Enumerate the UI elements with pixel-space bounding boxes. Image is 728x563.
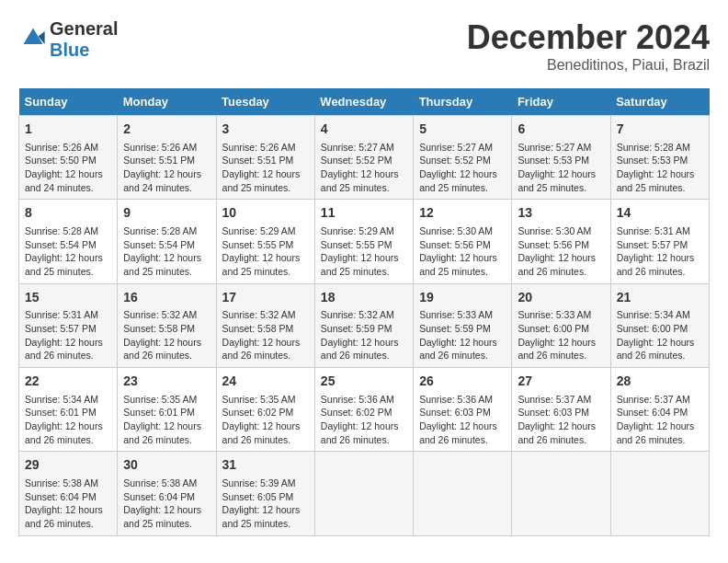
calendar-cell: 14Sunrise: 5:31 AM Sunset: 5:57 PM Dayli… [610, 200, 709, 283]
day-number: 23 [123, 373, 210, 391]
header-cell-thursday: Thursday [414, 88, 512, 116]
day-content: Sunrise: 5:34 AM Sunset: 6:01 PM Dayligh… [25, 393, 111, 447]
calendar-cell: 11Sunrise: 5:29 AM Sunset: 5:55 PM Dayli… [314, 200, 413, 283]
day-content: Sunrise: 5:26 AM Sunset: 5:51 PM Dayligh… [123, 141, 210, 195]
day-number: 31 [222, 456, 309, 475]
calendar-cell [314, 452, 413, 535]
day-content: Sunrise: 5:35 AM Sunset: 6:02 PM Dayligh… [222, 393, 309, 447]
day-content: Sunrise: 5:26 AM Sunset: 5:50 PM Dayligh… [25, 141, 111, 195]
calendar-row: 1Sunrise: 5:26 AM Sunset: 5:50 PM Daylig… [19, 116, 710, 200]
day-content: Sunrise: 5:31 AM Sunset: 5:57 PM Dayligh… [25, 308, 111, 362]
day-content: Sunrise: 5:36 AM Sunset: 6:03 PM Dayligh… [419, 393, 506, 447]
day-number: 4 [321, 121, 407, 139]
day-number: 18 [321, 289, 407, 307]
calendar-cell: 17Sunrise: 5:32 AM Sunset: 5:58 PM Dayli… [216, 283, 314, 367]
day-number: 20 [518, 289, 604, 307]
day-content: Sunrise: 5:32 AM Sunset: 5:58 PM Dayligh… [222, 308, 309, 362]
header-cell-wednesday: Wednesday [314, 88, 413, 116]
day-content: Sunrise: 5:33 AM Sunset: 6:00 PM Dayligh… [518, 308, 604, 362]
day-number: 30 [123, 456, 210, 475]
calendar-cell: 31Sunrise: 5:39 AM Sunset: 6:05 PM Dayli… [216, 452, 314, 535]
day-content: Sunrise: 5:37 AM Sunset: 6:03 PM Dayligh… [518, 393, 604, 447]
day-number: 17 [222, 289, 309, 307]
day-number: 10 [222, 204, 309, 223]
calendar-cell: 4Sunrise: 5:27 AM Sunset: 5:52 PM Daylig… [314, 116, 413, 200]
day-content: Sunrise: 5:26 AM Sunset: 5:51 PM Dayligh… [222, 141, 309, 195]
calendar-cell [414, 452, 512, 535]
logo-line1: General [50, 18, 118, 40]
calendar-cell: 27Sunrise: 5:37 AM Sunset: 6:03 PM Dayli… [512, 368, 610, 452]
day-content: Sunrise: 5:27 AM Sunset: 5:53 PM Dayligh… [518, 141, 604, 195]
day-number: 24 [222, 373, 309, 391]
calendar-row: 15Sunrise: 5:31 AM Sunset: 5:57 PM Dayli… [19, 283, 710, 367]
logo-icon [20, 25, 46, 51]
day-number: 7 [617, 121, 703, 139]
day-content: Sunrise: 5:38 AM Sunset: 6:04 PM Dayligh… [25, 477, 111, 531]
header-cell-friday: Friday [512, 88, 610, 116]
day-content: Sunrise: 5:32 AM Sunset: 5:58 PM Dayligh… [123, 308, 210, 362]
day-content: Sunrise: 5:32 AM Sunset: 5:59 PM Dayligh… [321, 308, 407, 362]
calendar-cell: 15Sunrise: 5:31 AM Sunset: 5:57 PM Dayli… [19, 283, 118, 367]
calendar-cell: 12Sunrise: 5:30 AM Sunset: 5:56 PM Dayli… [414, 200, 512, 283]
calendar-cell: 9Sunrise: 5:28 AM Sunset: 5:54 PM Daylig… [118, 200, 216, 283]
calendar-cell: 1Sunrise: 5:26 AM Sunset: 5:50 PM Daylig… [19, 116, 118, 200]
day-content: Sunrise: 5:30 AM Sunset: 5:56 PM Dayligh… [518, 224, 604, 279]
calendar-cell: 23Sunrise: 5:35 AM Sunset: 6:01 PM Dayli… [118, 368, 216, 452]
calendar-cell: 6Sunrise: 5:27 AM Sunset: 5:53 PM Daylig… [512, 116, 610, 200]
calendar-cell: 13Sunrise: 5:30 AM Sunset: 5:56 PM Dayli… [512, 200, 610, 283]
day-content: Sunrise: 5:31 AM Sunset: 5:57 PM Dayligh… [617, 224, 703, 279]
day-content: Sunrise: 5:29 AM Sunset: 5:55 PM Dayligh… [321, 224, 407, 279]
day-content: Sunrise: 5:28 AM Sunset: 5:54 PM Dayligh… [123, 224, 210, 279]
day-number: 9 [123, 204, 210, 223]
calendar-cell: 10Sunrise: 5:29 AM Sunset: 5:55 PM Dayli… [216, 200, 314, 283]
calendar-cell: 24Sunrise: 5:35 AM Sunset: 6:02 PM Dayli… [216, 368, 314, 452]
calendar-cell: 29Sunrise: 5:38 AM Sunset: 6:04 PM Dayli… [19, 452, 118, 535]
logo-line2: Blue [50, 40, 118, 61]
day-number: 5 [419, 121, 506, 139]
page-subtitle: Beneditinos, Piaui, Brazil [467, 57, 710, 74]
calendar-row: 8Sunrise: 5:28 AM Sunset: 5:54 PM Daylig… [19, 200, 710, 283]
day-number: 8 [25, 204, 111, 223]
calendar-cell: 8Sunrise: 5:28 AM Sunset: 5:54 PM Daylig… [19, 200, 118, 283]
calendar-cell: 26Sunrise: 5:36 AM Sunset: 6:03 PM Dayli… [414, 368, 512, 452]
calendar-row: 22Sunrise: 5:34 AM Sunset: 6:01 PM Dayli… [19, 368, 710, 452]
day-number: 1 [25, 121, 111, 139]
header-cell-monday: Monday [118, 88, 216, 116]
calendar-cell: 21Sunrise: 5:34 AM Sunset: 6:00 PM Dayli… [610, 283, 709, 367]
day-number: 3 [222, 121, 309, 139]
header-cell-saturday: Saturday [610, 88, 709, 116]
calendar-cell: 3Sunrise: 5:26 AM Sunset: 5:51 PM Daylig… [216, 116, 314, 200]
day-content: Sunrise: 5:34 AM Sunset: 6:00 PM Dayligh… [617, 308, 703, 362]
day-number: 27 [518, 373, 604, 391]
page-header: General Blue December 2024 Beneditinos, … [18, 18, 710, 74]
day-content: Sunrise: 5:35 AM Sunset: 6:01 PM Dayligh… [123, 393, 210, 447]
calendar-cell: 19Sunrise: 5:33 AM Sunset: 5:59 PM Dayli… [414, 283, 512, 367]
day-number: 15 [25, 289, 111, 307]
day-number: 12 [419, 204, 506, 223]
calendar-cell [512, 452, 610, 535]
calendar-header-row: SundayMondayTuesdayWednesdayThursdayFrid… [19, 88, 710, 116]
calendar-cell: 18Sunrise: 5:32 AM Sunset: 5:59 PM Dayli… [314, 283, 413, 367]
calendar-cell: 20Sunrise: 5:33 AM Sunset: 6:00 PM Dayli… [512, 283, 610, 367]
day-number: 26 [419, 373, 506, 391]
calendar-cell [610, 452, 709, 535]
calendar-row: 29Sunrise: 5:38 AM Sunset: 6:04 PM Dayli… [19, 452, 710, 535]
page-title: December 2024 [467, 18, 710, 57]
calendar-cell: 22Sunrise: 5:34 AM Sunset: 6:01 PM Dayli… [19, 368, 118, 452]
day-content: Sunrise: 5:37 AM Sunset: 6:04 PM Dayligh… [617, 393, 703, 447]
day-number: 25 [321, 373, 407, 391]
day-number: 29 [25, 456, 111, 475]
day-content: Sunrise: 5:38 AM Sunset: 6:04 PM Dayligh… [123, 477, 210, 531]
day-number: 14 [617, 204, 703, 223]
day-number: 6 [518, 121, 604, 139]
calendar-cell: 30Sunrise: 5:38 AM Sunset: 6:04 PM Dayli… [118, 452, 216, 535]
calendar-cell: 25Sunrise: 5:36 AM Sunset: 6:02 PM Dayli… [314, 368, 413, 452]
day-content: Sunrise: 5:28 AM Sunset: 5:54 PM Dayligh… [25, 224, 111, 279]
day-content: Sunrise: 5:36 AM Sunset: 6:02 PM Dayligh… [321, 393, 407, 447]
calendar-cell: 5Sunrise: 5:27 AM Sunset: 5:52 PM Daylig… [414, 116, 512, 200]
day-number: 13 [518, 204, 604, 223]
header-cell-tuesday: Tuesday [216, 88, 314, 116]
title-block: December 2024 Beneditinos, Piaui, Brazil [467, 18, 710, 74]
day-content: Sunrise: 5:29 AM Sunset: 5:55 PM Dayligh… [222, 224, 309, 279]
day-number: 22 [25, 373, 111, 391]
